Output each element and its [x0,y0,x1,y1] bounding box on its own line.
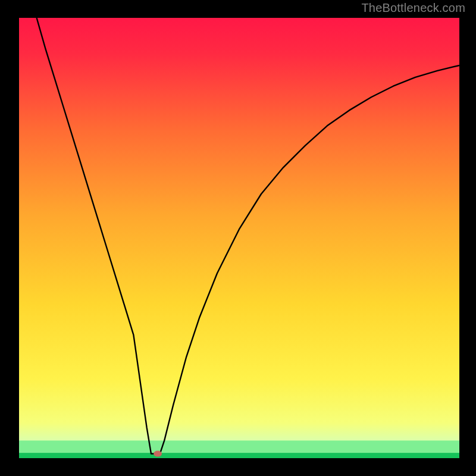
green-bottom-edge [19,453,459,458]
watermark-text: TheBottleneck.com [361,1,465,15]
chart-stage: TheBottleneck.com [0,0,476,476]
gradient-background [19,18,459,458]
minimum-marker [154,451,162,457]
bottleneck-chart [0,0,476,476]
